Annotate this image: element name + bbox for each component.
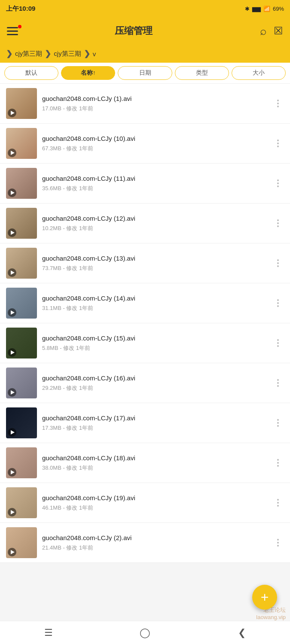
- file-name: guochan2048.com-LCJy (15).avi: [42, 334, 267, 343]
- play-triangle: [11, 231, 15, 235]
- play-icon: [8, 388, 16, 397]
- more-dot: [277, 425, 279, 427]
- more-options-button[interactable]: [272, 258, 284, 269]
- more-dot: [277, 502, 279, 504]
- sort-bar: 默认 名称↑ 日期 类型 大小: [0, 63, 290, 84]
- breadcrumb-item-2[interactable]: cjy第三期: [54, 50, 81, 58]
- wifi-icon: 📶: [263, 6, 270, 12]
- file-meta: 17.3MB - 修改 1年前: [42, 424, 267, 432]
- play-triangle: [11, 270, 15, 275]
- more-dot: [277, 143, 279, 144]
- breadcrumb-chevron-3: ❯: [84, 49, 90, 58]
- list-item[interactable]: guochan2048.com-LCJy (10).avi 67.3MB - 修…: [0, 124, 290, 164]
- more-dot: [277, 459, 279, 461]
- search-button[interactable]: ⌕: [260, 24, 267, 38]
- more-dot: [277, 262, 279, 264]
- file-thumbnail: [6, 208, 37, 239]
- more-dot: [277, 379, 279, 381]
- more-options-button[interactable]: [272, 417, 284, 428]
- more-options-button[interactable]: [272, 178, 284, 189]
- more-options-button[interactable]: [272, 138, 284, 149]
- sort-type[interactable]: 类型: [175, 66, 229, 80]
- list-item[interactable]: guochan2048.com-LCJy (16).avi 29.2MB - 修…: [0, 363, 290, 403]
- sort-size[interactable]: 大小: [232, 66, 286, 80]
- file-meta: 67.3MB - 修改 1年前: [42, 145, 267, 152]
- more-options-button[interactable]: [272, 337, 284, 349]
- more-dot: [277, 345, 279, 347]
- file-name: guochan2048.com-LCJy (1).avi: [42, 94, 267, 103]
- list-item[interactable]: guochan2048.com-LCJy (13).avi 73.7MB - 修…: [0, 243, 290, 283]
- nav-back[interactable]: ❮: [229, 624, 255, 641]
- play-triangle: [11, 310, 15, 315]
- add-fab[interactable]: +: [252, 585, 277, 610]
- more-dot: [277, 342, 279, 344]
- file-meta: 10.2MB - 修改 1年前: [42, 225, 267, 232]
- list-item[interactable]: guochan2048.com-LCJy (1).avi 17.0MB - 修改…: [0, 84, 290, 124]
- list-item[interactable]: guochan2048.com-LCJy (2).avi 21.4MB - 修改…: [0, 523, 290, 563]
- battery-icon: 69%: [273, 6, 284, 12]
- edit-button[interactable]: ☒: [274, 25, 283, 37]
- list-item[interactable]: guochan2048.com-LCJy (11).avi 35.6MB - 修…: [0, 164, 290, 204]
- more-dot: [277, 100, 279, 101]
- file-meta: 17.0MB - 修改 1年前: [42, 105, 267, 112]
- more-dot: [277, 265, 279, 267]
- play-icon: [8, 188, 16, 197]
- file-info: guochan2048.com-LCJy (12).avi 10.2MB - 修…: [42, 214, 267, 232]
- more-options-button[interactable]: [272, 298, 284, 309]
- more-options-button[interactable]: [272, 377, 284, 389]
- menu-button[interactable]: [7, 22, 24, 39]
- watermark-line2: laowang.vip: [256, 614, 286, 620]
- file-thumbnail: [6, 487, 37, 518]
- play-triangle: [11, 550, 15, 554]
- file-meta: 29.2MB - 修改 1年前: [42, 384, 267, 392]
- list-item[interactable]: guochan2048.com-LCJy (12).avi 10.2MB - 修…: [0, 204, 290, 243]
- file-name: guochan2048.com-LCJy (18).avi: [42, 454, 267, 462]
- notification-dot: [18, 25, 21, 28]
- list-item[interactable]: guochan2048.com-LCJy (15).avi 5.8MB - 修改…: [0, 323, 290, 363]
- list-item[interactable]: guochan2048.com-LCJy (14).avi 31.1MB - 修…: [0, 283, 290, 323]
- play-triangle: [11, 111, 15, 115]
- list-item[interactable]: guochan2048.com-LCJy (17).avi 17.3MB - 修…: [0, 403, 290, 443]
- file-thumbnail: [6, 527, 37, 558]
- more-options-button[interactable]: [272, 218, 284, 229]
- nav-menu[interactable]: ☰: [36, 624, 61, 641]
- file-name: guochan2048.com-LCJy (19).avi: [42, 494, 267, 502]
- sort-date[interactable]: 日期: [118, 66, 172, 80]
- breadcrumb-item-3[interactable]: v: [93, 50, 96, 58]
- sort-name[interactable]: 名称↑: [61, 66, 115, 80]
- list-item[interactable]: guochan2048.com-LCJy (19).avi 46.1MB - 修…: [0, 483, 290, 523]
- file-info: guochan2048.com-LCJy (2).avi 21.4MB - 修改…: [42, 534, 267, 552]
- file-info: guochan2048.com-LCJy (16).avi 29.2MB - 修…: [42, 374, 267, 392]
- more-dot: [277, 302, 279, 304]
- more-options-button[interactable]: [272, 537, 284, 548]
- file-info: guochan2048.com-LCJy (11).avi 35.6MB - 修…: [42, 174, 267, 192]
- nav-home[interactable]: ◯: [132, 624, 158, 641]
- more-dot: [277, 382, 279, 384]
- play-triangle: [11, 470, 15, 474]
- play-triangle: [11, 510, 15, 514]
- more-options-button[interactable]: [272, 497, 284, 508]
- list-item[interactable]: guochan2048.com-LCJy (18).avi 38.0MB - 修…: [0, 443, 290, 483]
- file-list: guochan2048.com-LCJy (1).avi 17.0MB - 修改…: [0, 84, 290, 563]
- file-name: guochan2048.com-LCJy (11).avi: [42, 174, 267, 183]
- file-thumbnail: [6, 248, 37, 279]
- file-thumbnail: [6, 168, 37, 199]
- more-options-button[interactable]: [272, 98, 284, 109]
- more-options-button[interactable]: [272, 457, 284, 468]
- more-dot: [277, 219, 279, 221]
- file-meta: 38.0MB - 修改 1年前: [42, 464, 267, 472]
- sort-default[interactable]: 默认: [4, 66, 58, 80]
- breadcrumb-chevron-2: ❯: [45, 49, 51, 58]
- file-meta: 31.1MB - 修改 1年前: [42, 304, 267, 312]
- play-icon: [8, 109, 16, 117]
- file-name: guochan2048.com-LCJy (14).avi: [42, 294, 267, 303]
- more-dot: [277, 499, 279, 501]
- more-dot: [277, 259, 279, 261]
- breadcrumb-item-1[interactable]: cjy第三期: [15, 50, 42, 58]
- more-dot: [277, 339, 279, 341]
- play-icon: [8, 508, 16, 516]
- signal-icon: ▆▆: [252, 6, 261, 12]
- more-dot: [277, 542, 279, 544]
- more-dot: [277, 545, 279, 547]
- file-meta: 73.7MB - 修改 1年前: [42, 264, 267, 272]
